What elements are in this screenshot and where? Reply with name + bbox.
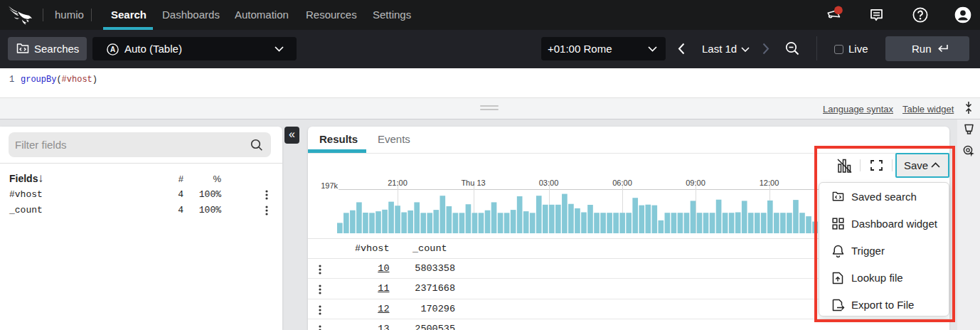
svg-text:A: A	[110, 46, 115, 53]
